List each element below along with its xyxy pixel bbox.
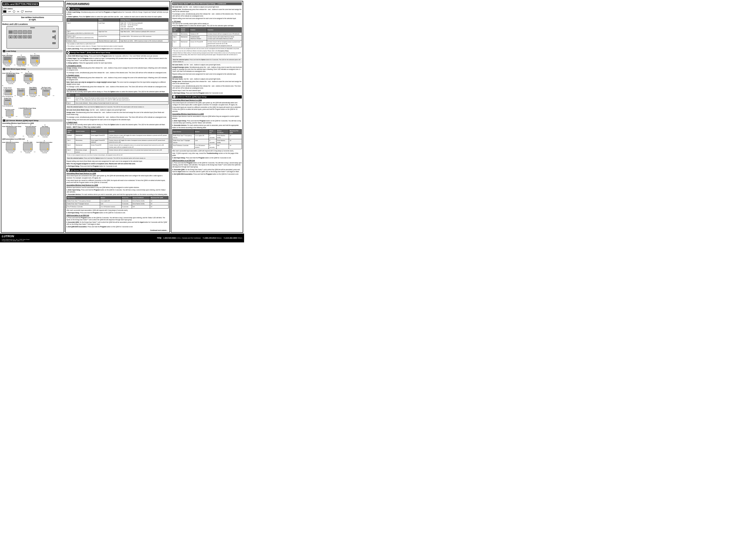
cci-desc: The LED for the currently saved option w… <box>172 23 242 27</box>
wl-row2-feedback: Done flashes briefly <box>132 202 150 205</box>
cci-default-led: Default <box>172 32 180 35</box>
table-row: Radio Powr Savr™ Daylight Sensor Link 6 … <box>67 202 169 205</box>
button-locations-title: Button and LED Locations <box>2 23 63 25</box>
cci-opt1-led: Opt 1 <box>172 35 180 40</box>
fig-b-save-device: 👇 <box>29 88 37 94</box>
fig-a-step3-num: 3. <box>34 53 35 54</box>
cci-opt2-func: Contact closure will set assigned zones … <box>207 40 241 47</box>
footer: LUTRON Lutron Electronics Co., Inc. | 72… <box>0 234 244 242</box>
row-option-let: Low End Trim <box>98 35 119 39</box>
fig-a-step2-desc: Change Setting <box>17 65 25 66</box>
rwl-row3-feedback: N/A <box>216 144 229 149</box>
ir-row-opt1-led: Opt 1 <box>67 96 75 101</box>
fig-c-esn-step2-desc: Press and hold3 seconds <box>24 151 31 153</box>
arrow-c1: → <box>22 134 25 138</box>
fig-a-step1-desc: Press and hold3 seconds <box>4 64 11 66</box>
ir-row-opt1-desc: Scene Mode Allows IR remote to select sc… <box>75 96 169 101</box>
footer-phone-us-number: 1.800.523.9466 <box>163 237 176 239</box>
footer-phone-other: +1.610.282.3800 Others <box>223 237 242 239</box>
right-wireless-step1: 1. Enter Input Setup. Press and hold the… <box>172 120 242 124</box>
fig-c-esn-step1-label: Enter QSM-ESN Association <box>2 142 19 143</box>
emerg-set-zone: Set zone levels. Use the ↑ and ↓ buttons… <box>172 78 242 80</box>
right-panel: Energi Savr Node™ (ESN) Unit Wired Input… <box>171 1 243 233</box>
load-setup-table: LED Option Setting Choices Opt 2 Load Ty… <box>66 18 169 42</box>
fig-b-set-zone-level: Set Zone Level(Zone Mode Only) 👇 Press <box>41 87 51 97</box>
footer-logo: LUTRON <box>2 234 29 239</box>
right-qsm-note: Note: If QSM responds in any other way, … <box>172 152 242 156</box>
right-assoc-wired-note: If any wired inputs are moved to a diffe… <box>172 106 242 112</box>
device-row-1 <box>4 57 11 58</box>
figure-b-name: ESN Wired Input Setup <box>6 68 26 70</box>
device-rows-opt <box>18 59 25 60</box>
wl-row1-feedback: Done flashes briefly <box>132 199 150 202</box>
switch-footnote: * If one or more assigned zones are on a… <box>66 154 169 156</box>
fig-b-level-device: 👇 <box>42 90 50 96</box>
fig-b-assign-zones: Assign Zones a.b.c.d.e. 👇 <box>2 87 13 97</box>
fig-a-step2: 2. Select Option 👇 Change Setti <box>17 54 26 66</box>
sw-row-default-action: Maintained <box>75 134 90 139</box>
right-after-assoc: After each successful input association,… <box>172 150 242 152</box>
fig-b-step1-desc: Press and hold3 seconds <box>7 82 14 84</box>
fig-c-step2-num: 2. <box>30 124 31 126</box>
device-row-b1-1 <box>7 75 14 76</box>
footer-help-label: Help <box>157 237 162 239</box>
row-choices-let: Low-Med LEDs 0% minimum up to 45% maximu… <box>120 35 169 39</box>
sw-row-opt2-led: Opt 2 <box>67 144 75 149</box>
fig-a-step1-device: 👇 <box>3 56 12 63</box>
footer-phone-other-number: +1.610.282.3800 <box>223 237 237 239</box>
section-b-step3: 3. Setup options. Follow the appropriate… <box>66 62 169 64</box>
sw-row-opt3-action: Momentary (single action) <box>75 149 90 154</box>
led-states-section: LED states: OFF ON Blink/Flash <box>2 7 63 14</box>
zones-label: Zones <box>30 27 35 28</box>
fig-b-hold-3s: Press and hold3 seconds <box>29 94 37 97</box>
wl-row3-button: ⊙ or Off (bottom button) <box>100 205 121 208</box>
figure-c-name: QS Sensor Module (QSM) Input Setup <box>6 119 38 122</box>
fig-a-step2-num: 2. <box>21 54 22 56</box>
rwl-row2-max: 10 <box>229 139 242 144</box>
sw-th-feature: Feature <box>90 129 108 134</box>
save-option-switch: Save the selected option. Press and hold… <box>66 157 169 160</box>
section-c2-letter: C <box>173 96 176 98</box>
right-unassign-zone: To unassign a zone, simultaneously press… <box>172 13 242 17</box>
rwl-row3-button: ⊙ or Off (bottom button) <box>194 144 208 149</box>
switch-table: Option LED Switch Action Feature Functio… <box>66 129 169 154</box>
figure-a-section: A Load Setup 1. Enter Load Setup <box>2 50 63 66</box>
fig-c-step3: 3. Exit Setup 👇 Press and hold3 seconds <box>40 124 50 138</box>
fig-b-step2-num: 2. <box>28 71 29 72</box>
figure-a-name: Load Setup <box>6 50 16 52</box>
right-assoc-wired: Once wired inputs are connected to the Q… <box>172 102 242 106</box>
device-row-b1-2 <box>7 76 14 77</box>
rwl-th-button: Button <box>194 129 208 134</box>
section-a-title: Load Setup <box>70 8 80 10</box>
right-qsm-esn-step3: 3. Exit QSM-ESN Association. Press and h… <box>172 173 242 175</box>
written-instructions: See written instructionsat right. <box>2 15 63 22</box>
cci-default-feature: Sweep to Off <box>190 32 207 35</box>
cci-opt1-action: Maintained <box>180 35 190 40</box>
fig-c-step3-device: 👇 <box>40 127 50 135</box>
fig-b-step2-label: Select Input <box>25 73 32 74</box>
sw-row-opt1-action: Momentary <box>75 139 90 144</box>
device-row-b2-1 <box>25 75 32 76</box>
rwl-th-feedback: Device Feedback <box>216 129 229 134</box>
wl-th-feedback: Device Feedback <box>132 196 150 199</box>
right-qsm-esn-step2: 2. Associate QSM. On the Energi Savr Nod… <box>172 169 242 173</box>
device-row-2 <box>4 58 11 59</box>
rwl-row1-button: ⊙ or Lights Off <box>194 134 208 139</box>
fig-b-press: Press <box>20 96 23 97</box>
fig-c-esn-step3-desc: Press and hold3 seconds <box>41 151 48 153</box>
fig-c-step2: 2. Associate Devices 👇 Press and hold6 s… <box>25 124 36 138</box>
device-row-save-1 <box>30 89 36 90</box>
unassign-zone-mode: To unassign a zone, simultaneously press… <box>66 116 169 118</box>
fig-c-esn-step2-device: 👇 <box>23 143 33 150</box>
right-wireless-desc: Wireless input devices must be associate… <box>172 115 242 119</box>
qsm-esn-step3: 3. Exit QSM-ESN Association. Press and h… <box>66 226 169 228</box>
device-rows-b2 <box>25 75 32 77</box>
right-panel-content: Set zone level. Use the ↑ and ↓ buttons … <box>172 6 242 175</box>
sub-a-title: a. Occupancy sensor: <box>66 65 169 67</box>
page-wrapper: LEDs and BUTTON PRESSES LED states: OFF … <box>0 0 244 242</box>
right-qsm-esn-title: QSM Association to an ESN Unit <box>172 159 242 162</box>
wl-row1-press: 6 seconds <box>121 199 132 202</box>
fig-c-esn-step1-num: 1. <box>10 140 11 141</box>
hand-b1: 👇 <box>11 77 15 81</box>
after-assoc: After each successful input association,… <box>66 209 169 211</box>
